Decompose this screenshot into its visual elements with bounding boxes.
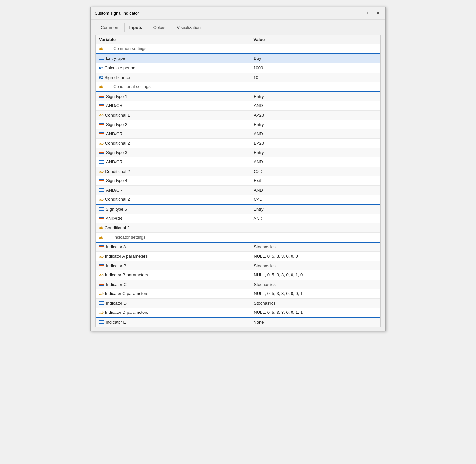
table-row[interactable]: abIndicator D parametersNULL, 0, 5, 3, 3…	[96, 308, 380, 317]
cell-value: Entry	[250, 204, 380, 214]
cell-variable: ab === Indicator settings ===	[96, 233, 250, 242]
table-row[interactable]: abIndicator A parametersNULL, 0, 5, 3, 3…	[96, 252, 380, 261]
table-row[interactable]: Sign type 1Entry	[96, 92, 380, 101]
table-row[interactable]: ab === Indicator settings ===	[96, 233, 380, 242]
table-header-row: Variable Value	[96, 35, 380, 44]
table-row[interactable]: AND/ORAND	[96, 157, 380, 167]
svg-rect-10	[99, 124, 104, 125]
svg-rect-37	[99, 265, 104, 266]
svg-rect-42	[99, 301, 104, 302]
cell-value: AND	[250, 185, 380, 195]
cell-value: None	[250, 317, 380, 327]
tab-colors[interactable]: Colors	[148, 23, 171, 32]
table-row[interactable]: Indicator AStochastics	[96, 242, 380, 252]
close-button[interactable]: ✕	[374, 10, 381, 17]
table-row[interactable]: Indicator BStochastics	[96, 261, 380, 270]
tab-common[interactable]: Common	[96, 23, 123, 32]
table-row[interactable]: Sign type 4Exit	[96, 176, 380, 186]
ab-icon: ab	[99, 272, 104, 278]
table-row[interactable]: 01Sign distance10	[96, 73, 380, 82]
maximize-button[interactable]: □	[365, 10, 372, 17]
cell-variable: abIndicator A parameters	[96, 252, 250, 261]
svg-rect-19	[99, 162, 104, 162]
svg-rect-9	[99, 123, 104, 124]
cell-value: NULL, 0, 5, 3, 3, 0, 0, 0	[250, 252, 380, 261]
cell-value	[250, 223, 380, 233]
inputs-table-container: Variable Value ab === Common settings ==…	[95, 35, 381, 327]
col-value: Value	[250, 35, 380, 44]
table-row[interactable]: abConditional 2	[96, 223, 380, 233]
svg-rect-6	[99, 104, 104, 105]
variable-text: AND/OR	[106, 215, 122, 222]
svg-rect-36	[99, 264, 104, 265]
svg-rect-45	[99, 320, 104, 321]
table-row[interactable]: abIndicator B parametersNULL, 0, 5, 3, 3…	[96, 270, 380, 280]
cell-value: NULL, 0, 5, 3, 3, 0, 0, 0, 1	[250, 289, 380, 299]
list-icon	[99, 207, 104, 211]
table-row[interactable]: Indicator DStochastics	[96, 298, 380, 308]
cell-variable: abConditional 2	[96, 195, 250, 204]
list-icon	[99, 320, 104, 324]
cell-variable: abConditional 2	[96, 223, 250, 233]
cell-value: AND	[250, 214, 380, 223]
svg-rect-4	[99, 96, 104, 97]
svg-rect-41	[99, 285, 104, 286]
ab-icon: ab	[99, 291, 104, 297]
svg-rect-5	[99, 97, 104, 98]
list-icon	[99, 131, 105, 136]
table-row[interactable]: abConditional 2C<D	[96, 195, 380, 204]
table-row[interactable]: Entry typeBuy	[96, 54, 380, 63]
list-icon	[99, 104, 105, 108]
list-icon	[99, 94, 105, 99]
table-row[interactable]: AND/ORAND	[96, 185, 380, 195]
svg-rect-27	[99, 207, 104, 208]
table-row[interactable]: AND/ORAND	[96, 214, 380, 223]
svg-rect-20	[99, 163, 104, 164]
table-row[interactable]: Indicator CStochastics	[96, 280, 380, 289]
cell-variable: ab === Conditional settings ===	[96, 82, 250, 92]
svg-rect-24	[99, 188, 104, 189]
tab-visualization[interactable]: Visualization	[172, 23, 206, 32]
table-row[interactable]: Indicator ENone	[96, 317, 380, 327]
cell-variable: Sign type 4	[96, 176, 250, 186]
tab-inputs[interactable]: Inputs	[124, 23, 147, 32]
cell-value: 10	[250, 73, 380, 82]
table-row[interactable]: abConditional 2C>D	[96, 167, 380, 176]
ab-icon: ab	[99, 254, 104, 259]
variable-text: Indicator B parameters	[105, 272, 148, 278]
cell-variable: Indicator B	[96, 261, 250, 270]
table-row[interactable]: AND/ORAND	[96, 129, 380, 139]
cell-value: Stochastics	[250, 298, 380, 308]
svg-rect-17	[99, 153, 104, 154]
cell-value: Entry	[250, 148, 380, 157]
svg-rect-12	[99, 132, 104, 133]
list-icon	[99, 216, 104, 221]
svg-rect-11	[99, 126, 104, 126]
table-row[interactable]: 01Calculate period1000	[96, 63, 380, 73]
variable-text: Indicator A	[106, 244, 126, 250]
table-row[interactable]: AND/ORAND	[96, 101, 380, 111]
svg-rect-31	[99, 218, 104, 219]
cell-variable: AND/OR	[96, 101, 250, 111]
table-row[interactable]: abConditional 2B<20	[96, 139, 380, 148]
table-row[interactable]: Sign type 3Entry	[96, 148, 380, 157]
cell-value: A<20	[250, 110, 380, 120]
svg-rect-3	[99, 95, 104, 95]
table-row[interactable]: ab === Common settings ===	[96, 44, 380, 54]
svg-rect-46	[99, 322, 104, 322]
variable-text: === Conditional settings ===	[105, 83, 159, 90]
table-row[interactable]: ab === Conditional settings ===	[96, 82, 380, 92]
table-row[interactable]: abConditional 1A<20	[96, 110, 380, 120]
table-row[interactable]: Sign type 5Entry	[96, 204, 380, 214]
table-row[interactable]: abIndicator C parametersNULL, 0, 5, 3, 3…	[96, 289, 380, 299]
cell-value: Entry	[250, 120, 380, 129]
variable-text: AND/OR	[106, 131, 123, 137]
ab-icon: ab	[99, 235, 103, 240]
minimize-button[interactable]: –	[356, 10, 363, 17]
cell-value: B<20	[250, 139, 380, 148]
svg-rect-15	[99, 151, 104, 151]
svg-rect-38	[99, 267, 104, 267]
table-row[interactable]: Sign type 2Entry	[96, 120, 380, 129]
variable-text: Conditional 2	[105, 225, 130, 231]
svg-rect-13	[99, 133, 104, 134]
